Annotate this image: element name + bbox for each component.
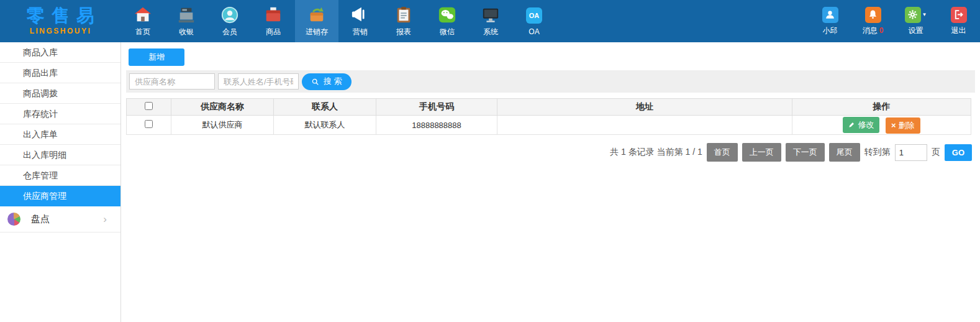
user-name: 小邱 (823, 25, 838, 36)
logout-menu[interactable]: 退出 (937, 0, 980, 42)
main-content: 新增 搜 索 供应商名称 联系人 手机号码 地址 操作 (121, 42, 980, 322)
pagination-bar: 共 1 条记录 当前第 1 / 1 首页 上一页 下一页 尾页 转到第 页 GO (126, 143, 972, 162)
nav-label: 会员 (222, 27, 237, 37)
nav-label: 微信 (440, 27, 455, 37)
nav-item-cashier[interactable]: 收银 (165, 0, 208, 42)
go-button[interactable]: GO (945, 144, 972, 161)
nav-item-reports[interactable]: 报表 (382, 0, 425, 42)
nav-item-system[interactable]: 系统 (469, 0, 512, 42)
row-select-cell (127, 116, 171, 135)
sidebar-item-inout-details[interactable]: 出入库明细 (0, 145, 120, 165)
row-checkbox[interactable] (145, 120, 153, 128)
record-summary: 共 1 条记录 当前第 1 / 1 (610, 147, 702, 158)
report-clipboard-icon (394, 6, 413, 24)
col-actions: 操作 (792, 99, 971, 116)
wechat-icon (438, 6, 456, 24)
nav-label: OA (529, 27, 539, 36)
table-row: 默认供应商 默认联系人 18888888888 修改 × 删除 (127, 116, 971, 135)
x-icon: × (891, 121, 896, 129)
nav-label: 系统 (483, 27, 498, 37)
user-menu[interactable]: 小邱 (809, 0, 851, 42)
nav-item-home[interactable]: 首页 (121, 0, 165, 42)
stocktake-label: 盘点 (31, 213, 50, 225)
nav-item-inventory[interactable]: 进销存 (295, 0, 338, 42)
pie-chart-icon (7, 213, 20, 226)
cell-actions: 修改 × 删除 (792, 116, 971, 135)
cash-register-icon (177, 6, 196, 24)
logout-label: 退出 (951, 25, 966, 36)
contact-or-phone-input[interactable] (218, 73, 299, 90)
home-icon (134, 6, 152, 24)
nav-label: 进销存 (306, 27, 328, 37)
prev-page-button[interactable]: 上一页 (742, 143, 781, 162)
settings-menu[interactable]: ▼ 设置 (894, 0, 937, 42)
edit-button[interactable]: 修改 (843, 117, 879, 133)
product-box-icon (264, 6, 283, 24)
nav-label: 报表 (396, 27, 411, 37)
add-supplier-button[interactable]: 新增 (129, 48, 184, 66)
messages-label: 消息 (863, 25, 878, 36)
nav-item-member[interactable]: 会员 (208, 0, 252, 42)
next-page-button[interactable]: 下一页 (786, 143, 825, 162)
logout-icon (951, 7, 967, 23)
cell-contact: 默认联系人 (274, 116, 376, 135)
brand-logo[interactable]: 零售易 LINGSHOUYI (0, 0, 121, 42)
search-button[interactable]: 搜 索 (302, 73, 352, 90)
search-bar: 搜 索 (126, 70, 975, 93)
settings-label: 设置 (909, 25, 923, 36)
sidebar-item-supplier-mgmt[interactable]: 供应商管理 (0, 186, 120, 206)
sidebar-item-goods-inbound[interactable]: 商品入库 (0, 42, 120, 63)
select-all-checkbox[interactable] (145, 102, 153, 110)
sidebar-item-goods-outbound[interactable]: 商品出库 (0, 63, 120, 83)
delete-button-label: 删除 (899, 120, 915, 131)
megaphone-icon (351, 6, 370, 24)
select-all-cell (127, 99, 171, 116)
top-navigation-bar: 零售易 LINGSHOUYI 首页 收银 会员 商品 (0, 0, 980, 42)
gear-icon (905, 7, 921, 23)
nav-label: 首页 (135, 27, 150, 37)
supplier-table: 供应商名称 联系人 手机号码 地址 操作 默认供应商 默认联系人 1888888… (126, 98, 971, 135)
nav-item-marketing[interactable]: 营销 (338, 0, 382, 42)
sidebar: 商品入库 商品出库 商品调拨 库存统计 出入库单 出入库明细 仓库管理 供应商管… (0, 42, 121, 322)
col-supplier-name: 供应商名称 (171, 99, 274, 116)
user-avatar-icon (822, 7, 838, 23)
main-nav: 首页 收银 会员 商品 进销存 (121, 0, 556, 42)
sidebar-item-goods-transfer[interactable]: 商品调拨 (0, 83, 120, 104)
messages-menu[interactable]: 消息 0 (851, 0, 894, 42)
col-contact: 联系人 (274, 99, 376, 116)
pencil-icon (848, 121, 855, 128)
sidebar-item-stocktake[interactable]: 盘点 › (0, 206, 120, 232)
goto-page-input[interactable] (895, 144, 927, 161)
nav-label: 营销 (353, 27, 368, 37)
cell-phone: 18888888888 (376, 116, 497, 135)
col-phone: 手机号码 (376, 99, 497, 116)
monitor-icon (481, 6, 500, 24)
table-header-row: 供应商名称 联系人 手机号码 地址 操作 (127, 99, 971, 116)
search-button-label: 搜 索 (324, 76, 342, 87)
member-icon (220, 6, 239, 24)
nav-item-oa[interactable]: OA OA (512, 0, 556, 42)
sidebar-item-stock-statistics[interactable]: 库存统计 (0, 104, 120, 124)
brand-title: 零售易 (20, 7, 101, 25)
chevron-right-icon: › (103, 213, 107, 226)
search-icon (311, 78, 319, 86)
nav-item-wechat[interactable]: 微信 (425, 0, 469, 42)
last-page-button[interactable]: 尾页 (829, 143, 860, 162)
nav-item-products[interactable]: 商品 (252, 0, 295, 42)
goto-page-prefix: 转到第 (864, 147, 891, 158)
chevron-down-icon: ▼ (922, 12, 927, 17)
nav-label: 收银 (179, 27, 194, 37)
sidebar-item-inout-orders[interactable]: 出入库单 (0, 124, 120, 145)
supplier-name-input[interactable] (129, 73, 215, 90)
nav-label: 商品 (266, 27, 281, 37)
cell-address (497, 116, 792, 135)
brand-subtitle: LINGSHOUYI (30, 27, 92, 35)
inventory-icon (307, 6, 326, 24)
sidebar-item-warehouse-mgmt[interactable]: 仓库管理 (0, 165, 120, 186)
goto-page-suffix: 页 (932, 147, 940, 158)
cell-supplier-name: 默认供应商 (171, 116, 274, 135)
first-page-button[interactable]: 首页 (707, 143, 738, 162)
delete-button[interactable]: × 删除 (886, 117, 920, 134)
col-address: 地址 (497, 99, 792, 116)
edit-button-label: 修改 (858, 119, 874, 131)
